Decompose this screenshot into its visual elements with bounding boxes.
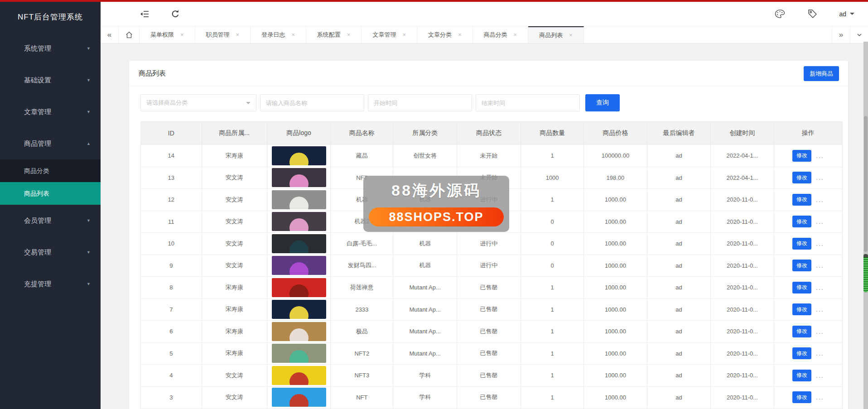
- tab-close-icon[interactable]: ×: [458, 31, 462, 38]
- tag-icon[interactable]: [806, 8, 818, 20]
- table-row: 14 宋寿康 藏品 创世女将 未开始 1: [141, 144, 842, 167]
- row-more-button[interactable]: ...: [816, 196, 824, 203]
- row-more-button[interactable]: ...: [816, 394, 824, 401]
- cell-id: 12: [141, 189, 202, 211]
- sidebar-item[interactable]: 文章管理 ▼: [0, 96, 101, 128]
- search-button[interactable]: 查询: [585, 94, 620, 111]
- edit-button[interactable]: 修改: [792, 282, 811, 294]
- product-logo-image: [272, 344, 326, 363]
- row-more-button[interactable]: ...: [816, 284, 824, 291]
- cell-actions: 修改 ...: [774, 211, 842, 233]
- cell-created: 2020-11-0...: [711, 299, 774, 321]
- app-title: NFT后台管理系统: [0, 2, 101, 33]
- edit-button[interactable]: 修改: [792, 303, 811, 315]
- sidebar-item[interactable]: 商品列表: [0, 182, 101, 205]
- cell-logo: [267, 189, 331, 211]
- vertical-scrollbar-track[interactable]: [863, 42, 868, 409]
- chevron-toggle-icon: ▼: [87, 268, 91, 300]
- column-header: 商品数量: [521, 122, 584, 144]
- tab[interactable]: 菜单权限 ×: [140, 26, 195, 43]
- row-more-button[interactable]: ...: [816, 218, 824, 225]
- sidebar-item[interactable]: 系统管理 ▼: [0, 33, 101, 64]
- edit-button[interactable]: 修改: [792, 347, 811, 359]
- cell-id: 10: [141, 233, 202, 255]
- cell-editor: ad: [647, 365, 711, 386]
- card-header: 商品列表 新增商品: [129, 61, 848, 86]
- tab-label: 职员管理: [206, 31, 230, 39]
- refresh-icon[interactable]: [169, 8, 181, 20]
- scrollbar-green-handle[interactable]: [863, 254, 868, 292]
- row-more-button[interactable]: ...: [816, 350, 824, 357]
- sidebar-item-label: 交易管理: [0, 236, 101, 268]
- tab-close-icon[interactable]: ×: [347, 31, 351, 38]
- row-more-button[interactable]: ...: [816, 240, 824, 247]
- row-more-button[interactable]: ...: [816, 174, 824, 181]
- cell-owner: 安文涛: [202, 167, 267, 189]
- row-more-button[interactable]: ...: [816, 372, 824, 379]
- cell-price: 1000.00: [584, 255, 647, 277]
- sidebar-item[interactable]: 交易管理 ▼: [0, 236, 101, 268]
- tabs-menu-button[interactable]: [850, 26, 868, 43]
- tab[interactable]: 商品分类 ×: [473, 26, 529, 43]
- cell-owner: 宋寿康: [202, 299, 267, 321]
- column-header: 操作: [774, 122, 842, 144]
- product-name-input[interactable]: [260, 94, 364, 111]
- sidebar-item[interactable]: 基础设置 ▼: [0, 64, 101, 96]
- edit-button[interactable]: 修改: [792, 216, 811, 227]
- top-header-bar: ad: [101, 2, 868, 26]
- add-product-button[interactable]: 新增商品: [804, 66, 839, 81]
- sidebar-item[interactable]: 充提管理 ▼: [0, 268, 101, 300]
- edit-button[interactable]: 修改: [792, 172, 811, 183]
- chevron-toggle-icon: ▼: [87, 205, 91, 236]
- edit-button[interactable]: 修改: [792, 391, 811, 403]
- edit-button[interactable]: 修改: [792, 238, 811, 250]
- sidebar-item[interactable]: 会员管理 ▼: [0, 205, 101, 236]
- cell-name: 白露-毛毛...: [331, 233, 393, 255]
- sidebar-item[interactable]: 商品管理 ▲: [0, 128, 101, 159]
- start-time-input[interactable]: [368, 94, 472, 111]
- tab-label: 系统配置: [317, 31, 341, 39]
- tab[interactable]: 文章管理 ×: [362, 26, 417, 43]
- tab-close-icon[interactable]: ×: [514, 31, 517, 38]
- edit-button[interactable]: 修改: [792, 370, 811, 381]
- edit-button[interactable]: 修改: [792, 194, 811, 206]
- cell-actions: 修改 ...: [774, 233, 842, 255]
- tab[interactable]: 系统配置 ×: [306, 26, 362, 43]
- end-time-input[interactable]: [476, 94, 580, 111]
- tab[interactable]: 商品列表 ×: [528, 26, 584, 43]
- home-tab[interactable]: [119, 26, 140, 43]
- cell-id: 13: [141, 167, 202, 189]
- edit-button[interactable]: 修改: [792, 326, 811, 337]
- sidebar-item-label: 系统管理: [0, 33, 101, 64]
- logo-subject-shape: [289, 241, 309, 253]
- cell-logo: [267, 321, 331, 342]
- row-more-button[interactable]: ...: [816, 152, 824, 159]
- row-more-button[interactable]: ...: [816, 306, 824, 313]
- cell-price: 1000.00: [584, 277, 647, 298]
- tab-close-icon[interactable]: ×: [180, 31, 184, 38]
- row-more-button[interactable]: ...: [816, 262, 824, 269]
- user-menu[interactable]: ad: [839, 10, 854, 18]
- edit-button[interactable]: 修改: [792, 260, 811, 271]
- cell-category: 创世女将: [393, 145, 457, 167]
- sidebar-collapse-icon[interactable]: [139, 8, 150, 20]
- tab[interactable]: 职员管理 ×: [195, 26, 251, 43]
- tabs-scroll-right-button[interactable]: »: [832, 26, 850, 43]
- scrollbar-thumb[interactable]: [864, 116, 868, 252]
- tab-close-icon[interactable]: ×: [291, 31, 295, 38]
- edit-button[interactable]: 修改: [792, 150, 811, 162]
- tabs-scroll-left-button[interactable]: «: [101, 26, 119, 43]
- tab[interactable]: 登录日志 ×: [251, 26, 306, 43]
- row-more-button[interactable]: ...: [816, 328, 824, 335]
- tab[interactable]: 文章分类 ×: [417, 26, 473, 43]
- cell-status: 已售罄: [457, 387, 521, 409]
- sidebar-item[interactable]: 商品分类: [0, 159, 101, 182]
- category-select[interactable]: 请选择商品分类: [140, 94, 256, 111]
- tab-close-icon[interactable]: ×: [402, 31, 406, 38]
- theme-palette-icon[interactable]: [774, 8, 786, 20]
- tab-close-icon[interactable]: ×: [236, 31, 240, 38]
- logo-subject-shape: [289, 218, 309, 231]
- logo-subject-shape: [289, 284, 309, 297]
- tab-close-icon[interactable]: ×: [569, 32, 573, 38]
- cell-created: 2020-11-0...: [711, 365, 774, 386]
